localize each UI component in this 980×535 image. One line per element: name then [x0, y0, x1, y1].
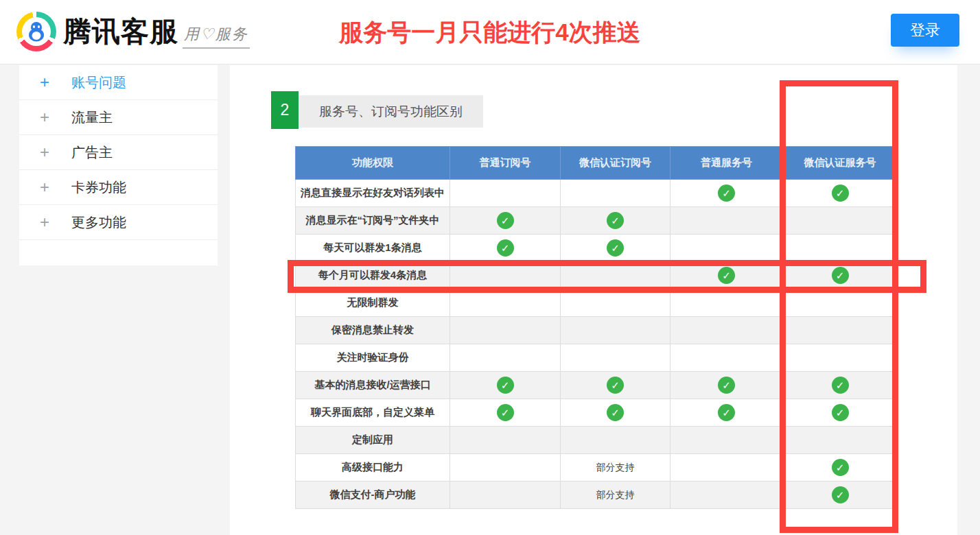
sidebar-item-label: 账号问题 [71, 73, 126, 92]
top-header: 腾讯客服 用♡服务 服务号一月只能进行4次推送 登录 [0, 0, 980, 64]
empty-cell [450, 427, 561, 454]
empty-cell [670, 454, 783, 482]
logo-slogan: 用♡服务 [183, 24, 250, 49]
feature-label: 高级接口能力 [296, 454, 450, 482]
empty-cell [450, 454, 561, 482]
feature-label: 消息显示在“订阅号”文件夹中 [296, 207, 450, 235]
supported-cell: ✓ [450, 207, 561, 235]
expand-plus-icon[interactable]: + [40, 73, 71, 92]
check-icon: ✓ [607, 239, 624, 257]
section-title: 服务号、订阅号功能区别 [299, 95, 483, 128]
feature-label: 无限制群发 [296, 289, 450, 317]
column-header: 功能权限 [296, 147, 450, 180]
check-icon: ✓ [497, 239, 514, 257]
column-header: 微信认证订阅号 [561, 147, 670, 180]
supported-cell: ✓ [450, 399, 561, 427]
logo-text: 腾讯客服 [63, 13, 178, 51]
column-header: 普通订阅号 [450, 147, 561, 180]
sidebar-item-label: 流量主 [71, 108, 113, 127]
sidebar-item-label: 广告主 [71, 143, 113, 162]
supported-cell: ✓ [670, 372, 783, 399]
login-button[interactable]: 登录 [891, 14, 959, 47]
supported-cell: ✓ [450, 235, 561, 262]
sidebar-item[interactable]: + 卡券功能 [19, 170, 218, 205]
check-icon: ✓ [497, 404, 514, 421]
expand-plus-icon[interactable]: + [40, 178, 71, 197]
expand-plus-icon[interactable]: + [40, 143, 71, 162]
feature-label: 关注时验证身份 [296, 344, 450, 372]
feature-label: 保密消息禁止转发 [296, 317, 450, 344]
feature-label: 聊天界面底部，自定义菜单 [296, 399, 450, 427]
check-icon: ✓ [718, 404, 735, 421]
feature-label: 微信支付-商户功能 [296, 482, 450, 509]
empty-cell [670, 235, 783, 262]
partial-support-cell: 部分支持 [561, 482, 670, 509]
check-icon: ✓ [718, 185, 735, 202]
empty-cell [561, 427, 670, 454]
empty-cell [450, 344, 561, 372]
sidebar-menu: + 账号问题 + 流量主 + 广告主 + 卡券功能 + 更多功能 [19, 65, 218, 265]
supported-cell: ✓ [450, 372, 561, 399]
check-icon: ✓ [497, 212, 514, 229]
empty-cell [450, 317, 561, 344]
section-header: 2 服务号、订阅号功能区别 [271, 91, 483, 129]
empty-cell [450, 482, 561, 509]
tencent-penguin-icon [16, 12, 56, 51]
sidebar-item-label: 卡券功能 [71, 178, 126, 197]
supported-cell: ✓ [670, 399, 783, 427]
penguin-glyph [27, 21, 45, 42]
supported-cell: ✓ [561, 207, 670, 235]
empty-cell [670, 289, 783, 317]
supported-cell: ✓ [561, 235, 670, 262]
supported-cell: ✓ [670, 180, 783, 207]
supported-cell: ✓ [561, 399, 670, 427]
feature-label: 定制应用 [296, 427, 450, 454]
feature-label: 消息直接显示在好友对话列表中 [296, 180, 450, 207]
partial-support-cell: 部分支持 [561, 454, 670, 482]
empty-cell [561, 317, 670, 344]
empty-cell [450, 289, 561, 317]
empty-cell [561, 344, 670, 372]
check-icon: ✓ [607, 377, 624, 394]
empty-cell [561, 180, 670, 207]
check-icon: ✓ [607, 212, 624, 229]
feature-label: 基本的消息接收/运营接口 [296, 372, 450, 399]
feature-label: 每天可以群发1条消息 [296, 235, 450, 262]
sidebar-item[interactable]: + 广告主 [19, 135, 218, 170]
expand-plus-icon[interactable]: + [40, 213, 71, 232]
empty-cell [670, 207, 783, 235]
column-header: 普通服务号 [670, 147, 783, 180]
expand-plus-icon[interactable]: + [40, 108, 71, 127]
check-icon: ✓ [718, 377, 735, 394]
sidebar-item[interactable]: + 流量主 [19, 100, 218, 135]
empty-cell [670, 427, 783, 454]
check-icon: ✓ [497, 377, 514, 394]
sidebar-item-label: 更多功能 [71, 213, 126, 232]
empty-cell [670, 344, 783, 372]
empty-cell [561, 289, 670, 317]
empty-cell [670, 482, 783, 509]
annotation-banner-title: 服务号一月只能进行4次推送 [339, 16, 640, 48]
section-number-badge: 2 [271, 91, 299, 129]
annotation-rect-row-highlight [288, 260, 926, 293]
logo[interactable]: 腾讯客服 用♡服务 [16, 12, 250, 51]
supported-cell: ✓ [561, 372, 670, 399]
annotation-rect-column-highlight [780, 80, 898, 533]
sidebar-item[interactable]: + 账号问题 [19, 65, 218, 100]
check-icon: ✓ [607, 404, 624, 421]
empty-cell [670, 317, 783, 344]
empty-cell [450, 180, 561, 207]
sidebar-item[interactable]: + 更多功能 [19, 205, 218, 240]
